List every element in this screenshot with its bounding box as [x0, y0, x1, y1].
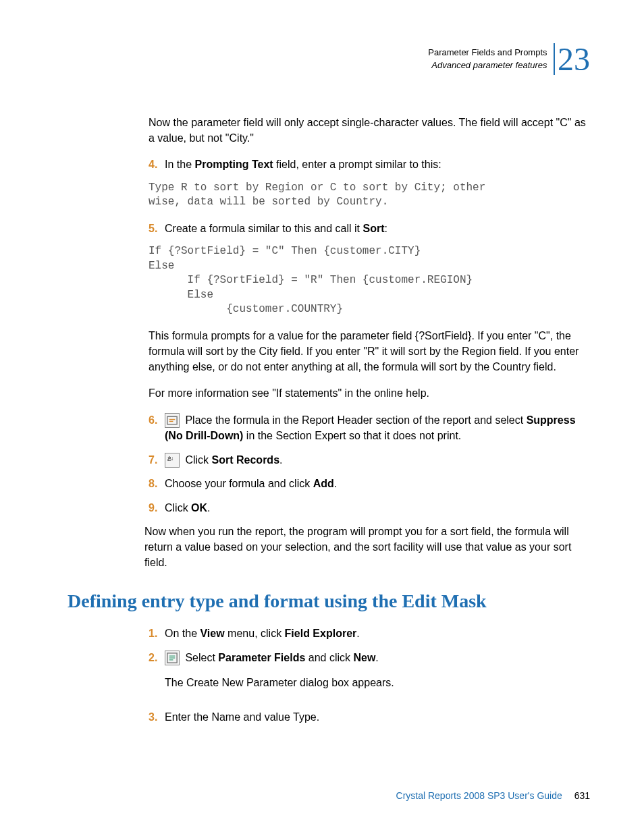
- insert-field-icon: [165, 413, 180, 428]
- step-body: Place the formula in the Report Header s…: [165, 412, 590, 444]
- b-step-1: 1. On the View menu, click Field Explore…: [149, 626, 590, 641]
- sort-records-icon: [165, 453, 180, 468]
- text: .: [356, 628, 359, 639]
- text: .: [207, 502, 210, 514]
- text: Click: [165, 502, 191, 514]
- text: .: [334, 478, 337, 489]
- header-text-block: Parameter Fields and Prompts Advanced pa…: [428, 47, 547, 71]
- explain-para-2: For more information see "If statements"…: [149, 385, 590, 401]
- bold: Field Explorer: [285, 628, 357, 639]
- step-body: Choose your formula and click Add.: [165, 476, 590, 491]
- header-line1: Parameter Fields and Prompts: [428, 47, 547, 57]
- page-footer: Crystal Reports 2008 SP3 User's Guide 63…: [396, 790, 590, 801]
- parameter-field-icon: [165, 651, 180, 665]
- chapter-number: 23: [554, 40, 590, 78]
- step-number: 4.: [149, 157, 165, 172]
- step-body: Click OK.: [165, 500, 590, 516]
- step-number: 6.: [149, 412, 165, 444]
- bold: Add: [313, 478, 334, 489]
- step-body: Create a formula similar to this and cal…: [165, 221, 590, 236]
- text: Create a formula similar to this and cal…: [165, 223, 363, 234]
- bold: New: [353, 652, 375, 663]
- step-body: Click Sort Records.: [165, 452, 590, 468]
- bold: Sort: [363, 223, 384, 234]
- bold: Prompting Text: [194, 159, 273, 170]
- svg-rect-0: [167, 417, 177, 424]
- text: Place the formula in the Report Header s…: [182, 414, 527, 426]
- explain-para-1: This formula prompts for a value for the…: [149, 328, 590, 375]
- step-6: 6. Place the formula in the Report Heade…: [149, 412, 590, 444]
- text: Select: [182, 652, 218, 663]
- step-7: 7. Click Sort Records.: [149, 452, 590, 468]
- page-header: Parameter Fields and Prompts Advanced pa…: [68, 40, 590, 81]
- step-number: 1.: [149, 626, 165, 641]
- text: .: [279, 454, 282, 466]
- text: On the: [165, 628, 200, 639]
- text: menu, click: [225, 628, 285, 639]
- code-block-2: If {?SortField} = "C" Then {customer.CIT…: [149, 244, 590, 317]
- step-body: In the Prompting Text field, enter a pro…: [165, 157, 590, 172]
- step-number: 3.: [149, 709, 165, 725]
- bold: OK: [191, 502, 207, 514]
- text: Click: [182, 454, 212, 466]
- step-5: 5. Create a formula similar to this and …: [149, 221, 590, 236]
- step-body: Enter the Name and value Type.: [165, 709, 590, 725]
- bold: Parameter Fields: [218, 652, 305, 663]
- closing-paragraph: Now when you run the report, the program…: [144, 524, 590, 571]
- text: Choose your formula and click: [165, 478, 313, 489]
- b-step-2-sub: The Create New Parameter dialog box appe…: [165, 675, 590, 690]
- step-body: On the View menu, click Field Explorer.: [165, 626, 590, 641]
- step-number: 7.: [149, 452, 165, 468]
- step-number: 8.: [149, 476, 165, 491]
- bold: Sort Records: [212, 454, 279, 466]
- step-number: 9.: [149, 500, 165, 516]
- step-4: 4. In the Prompting Text field, enter a …: [149, 157, 590, 172]
- text: and click: [305, 652, 353, 663]
- header-line2: Advanced parameter features: [431, 60, 547, 70]
- step-8: 8. Choose your formula and click Add.: [149, 476, 590, 491]
- b-step-2: 2. Select Parameter Fields and click New…: [149, 650, 590, 702]
- step-body: Select Parameter Fields and click New. T…: [165, 650, 590, 702]
- text: In the: [165, 159, 194, 170]
- section-heading: Defining entry type and format using the…: [68, 590, 590, 612]
- step-9: 9. Click OK.: [149, 500, 590, 516]
- footer-title: Crystal Reports 2008 SP3 User's Guide: [396, 790, 562, 801]
- step-number: 5.: [149, 221, 165, 236]
- step-number: 2.: [149, 650, 165, 702]
- text: in the Section Expert so that it does no…: [243, 430, 461, 441]
- text: field, enter a prompt similar to this:: [273, 159, 441, 170]
- bold: View: [200, 628, 224, 639]
- intro-paragraph: Now the parameter field will only accept…: [149, 115, 590, 146]
- code-block-1: Type R to sort by Region or C to sort by…: [149, 181, 590, 210]
- page-number: 631: [574, 790, 590, 801]
- text: :: [384, 223, 387, 234]
- b-step-3: 3. Enter the Name and value Type.: [149, 709, 590, 725]
- text: .: [375, 652, 378, 663]
